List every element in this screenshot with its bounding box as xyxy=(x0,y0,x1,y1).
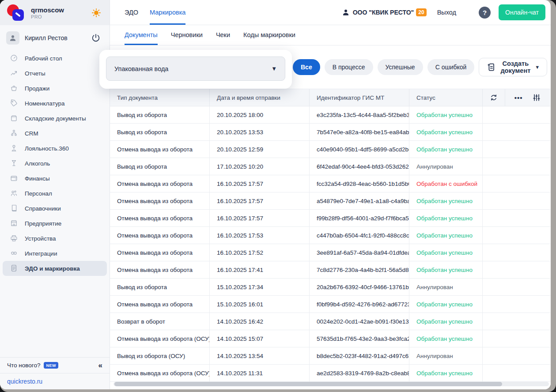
logout-button[interactable]: Выход xyxy=(437,9,456,16)
cell-document-type: Отмена вывода из оборота xyxy=(110,192,210,209)
table-row[interactable]: Отмена вывода из оборота 20.10.2025 12:5… xyxy=(110,141,550,158)
cell-sent-datetime: 16.10.2025 17:52 xyxy=(210,244,310,261)
cell-status: Обработан с ошибкой xyxy=(409,175,483,192)
cell-status: Обработан успешно xyxy=(409,330,483,347)
sidebar-item[interactable]: Продажи xyxy=(3,81,107,96)
sidebar-item-label: Финансы xyxy=(25,175,50,182)
cell-gis-id: 7b547e0e-a82a-40f8-be15-ea84ab9... xyxy=(310,124,409,140)
column-header-status: Статус xyxy=(409,89,483,106)
horizontal-scrollbar[interactable] xyxy=(113,382,549,386)
table-row[interactable]: Отмена вывода из оборота (ОСУ) 14.10.202… xyxy=(110,330,550,347)
table-row[interactable]: Отмена вывода из оборота 16.10.2025 17:5… xyxy=(110,244,550,261)
sidebar-item[interactable]: Отчеты xyxy=(3,66,107,81)
cell-document-type: Вывод из оборота (ОСУ) xyxy=(110,347,210,364)
brand-block: qrmoscow PRO xyxy=(31,6,91,19)
reports-trend-icon xyxy=(10,69,19,78)
help-icon[interactable]: ? xyxy=(479,7,491,19)
sidebar-item[interactable]: Рабочий стол xyxy=(3,51,107,66)
sidebar-item-label: Интеграции xyxy=(25,250,57,257)
table-row[interactable]: Отмена вывода из оборота (ОСУ) 14.10.202… xyxy=(110,365,550,382)
sidebar-item[interactable]: Интеграции xyxy=(3,246,107,261)
table-row[interactable]: Отмена вывода из оборота 16.10.2025 17:5… xyxy=(110,192,550,210)
table-row[interactable]: Вывод из оборота 17.10.2025 10:20 6f42ed… xyxy=(110,158,550,175)
table-row[interactable]: Отмена вывода из оборота 16.10.2025 17:5… xyxy=(110,227,550,244)
cell-gis-id: a54879e0-7de7-49e1-a1a8-c4a9ba... xyxy=(310,192,409,209)
cell-status: Обработан успешно xyxy=(409,210,483,226)
cell-gis-id: ae2d2583-8319-4769-8a2b-c8eab8f... xyxy=(310,365,409,381)
table-row[interactable]: Отмена вывода из оборота 16.10.2025 17:5… xyxy=(110,175,550,192)
sidebar-item[interactable]: Лояльность.360 xyxy=(3,141,107,156)
sidebar-item[interactable]: ЭДО и маркировка xyxy=(3,261,107,276)
column-header-type: Тип документа xyxy=(110,89,210,106)
sidebar-item-label: Отчеты xyxy=(25,70,45,77)
main-tab[interactable]: Маркировка xyxy=(150,0,185,25)
filter-pill[interactable]: С ошибкой xyxy=(427,59,475,75)
main-area: ЭДО Маркировка ООО "КВИК РЕСТО" 20 xyxy=(110,0,551,389)
sidebar-item[interactable]: Справочники xyxy=(3,201,107,216)
sidebar-item-label: Алкоголь xyxy=(25,160,50,167)
topbar: ЭДО Маркировка ООО "КВИК РЕСТО" 20 xyxy=(110,0,551,25)
sidebar-item-label: CRM xyxy=(25,130,38,137)
cell-gis-id: b8dec5b2-023f-4482-91a2-d497c63... xyxy=(310,347,409,364)
cell-sent-datetime: 20.10.2025 18:00 xyxy=(210,106,310,123)
cell-gis-id: f99b28f9-df56-4001-a29d-f7f6bca5... xyxy=(310,210,409,226)
scrollbar-thumb[interactable] xyxy=(114,382,502,386)
table-row[interactable]: Отмена вывода из оборота 16.10.2025 17:5… xyxy=(110,210,550,227)
create-document-button[interactable]: Создать документ ▼ xyxy=(479,58,547,76)
cell-gis-id: 0024e202-0cd1-42ae-b091-f30e137... xyxy=(310,313,409,330)
sidebar-item[interactable]: Алкоголь xyxy=(3,156,107,171)
cell-status: Обработан успешно xyxy=(409,106,483,123)
subtab[interactable]: Черновики xyxy=(171,25,203,45)
table-row[interactable]: Отмена вывода из оборота 16.10.2025 17:4… xyxy=(110,261,550,279)
category-select[interactable]: Упакованная вода ▼ xyxy=(106,57,285,81)
sidebar-item[interactable]: Складские документы xyxy=(3,111,107,126)
filter-pill[interactable]: В процессе xyxy=(325,59,373,75)
sidebar-item[interactable]: Предприятие xyxy=(3,216,107,231)
table-row[interactable]: Вывод из оборота (ОСУ) 14.10.2025 13:54 … xyxy=(110,347,550,365)
table-row[interactable]: Вывод из оборота 15.10.2025 17:34 20a2b6… xyxy=(110,279,550,296)
filter-pill[interactable]: Успешные xyxy=(378,59,423,75)
cell-document-type: Отмена вывода из оборота xyxy=(110,210,210,226)
site-link[interactable]: quickresto.ru xyxy=(7,378,42,385)
sidebar-item[interactable]: Устройства xyxy=(3,231,107,246)
sun-icon[interactable] xyxy=(91,8,102,18)
cell-document-type: Вывод из оборота xyxy=(110,106,210,123)
app-window: qrmoscow PRO Кирилл Рестов xyxy=(0,0,551,389)
cell-sent-datetime: 16.10.2025 17:53 xyxy=(210,227,310,244)
sidebar-header: qrmoscow PRO xyxy=(0,0,110,25)
subtab[interactable]: Документы xyxy=(125,25,158,45)
sidebar-item[interactable]: Персонал xyxy=(3,186,107,201)
cell-status: Обработан успешно xyxy=(409,365,483,381)
staff-people-icon xyxy=(10,189,19,198)
refresh-icon[interactable] xyxy=(489,93,498,102)
subtab[interactable]: Коды маркировки xyxy=(243,25,295,45)
filter-pill[interactable]: Все xyxy=(293,59,320,75)
cell-document-type: Отмена вывода из оборота xyxy=(110,296,210,313)
nomenclature-tag-icon xyxy=(10,99,19,108)
more-dots-icon[interactable]: ••• xyxy=(514,94,523,102)
cell-gis-id: c447b0ab-6504-4fc1-92f0-488cc8c... xyxy=(310,227,409,244)
sidebar-item-label: Предприятие xyxy=(25,220,61,227)
table-row[interactable]: Вывод из оборота 20.10.2025 18:00 e3c235… xyxy=(110,106,550,124)
sales-basket-icon xyxy=(10,84,19,93)
cell-sent-datetime: 16.10.2025 17:57 xyxy=(210,192,310,209)
sidebar-item[interactable]: Финансы xyxy=(3,171,107,186)
column-settings-icon[interactable] xyxy=(532,93,541,102)
org-selector[interactable]: ООО "КВИК РЕСТО" 20 xyxy=(342,8,427,16)
sidebar-item[interactable]: Номенклатура xyxy=(3,96,107,111)
org-name: ООО "КВИК РЕСТО" xyxy=(353,9,414,16)
table-row[interactable]: Возврат в оборот 14.10.2025 16:42 0024e2… xyxy=(110,313,550,330)
collapse-sidebar-icon[interactable]: « xyxy=(98,361,102,370)
main-tab[interactable]: ЭДО xyxy=(125,0,138,25)
cell-document-type: Вывод из оборота xyxy=(110,279,210,295)
enterprise-store-icon xyxy=(10,219,19,228)
chevron-down-icon: ▼ xyxy=(271,65,277,72)
power-icon[interactable] xyxy=(91,33,101,43)
table-row[interactable]: Отмена вывода из оборота 15.10.2025 16:0… xyxy=(110,296,550,313)
sidebar-item[interactable]: CRM xyxy=(3,126,107,141)
whats-new-link[interactable]: Что нового? xyxy=(7,362,40,369)
table-row[interactable]: Вывод из оборота 20.10.2025 13:53 7b547e… xyxy=(110,124,550,141)
subtab[interactable]: Чеки xyxy=(216,25,230,45)
sidebar-item-label: Лояльность.360 xyxy=(25,145,69,152)
online-chat-button[interactable]: Онлайн-чат xyxy=(499,4,545,20)
